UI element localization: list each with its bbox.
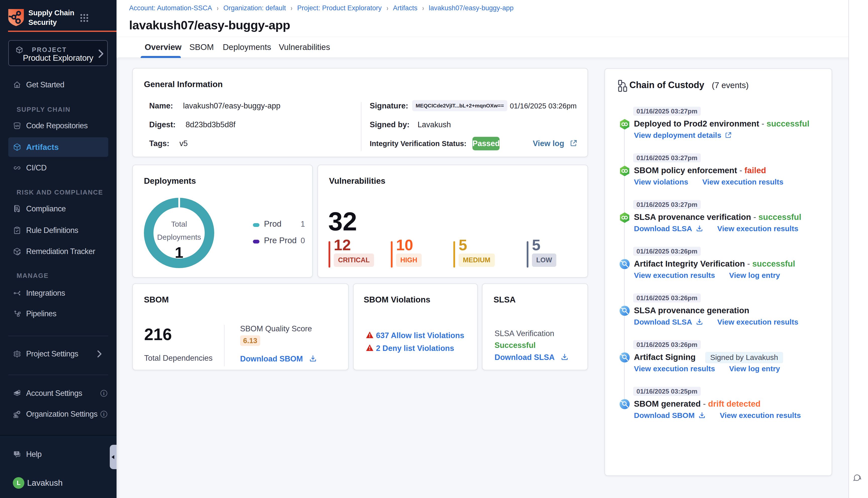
svg-text:?: ?: [16, 451, 17, 455]
